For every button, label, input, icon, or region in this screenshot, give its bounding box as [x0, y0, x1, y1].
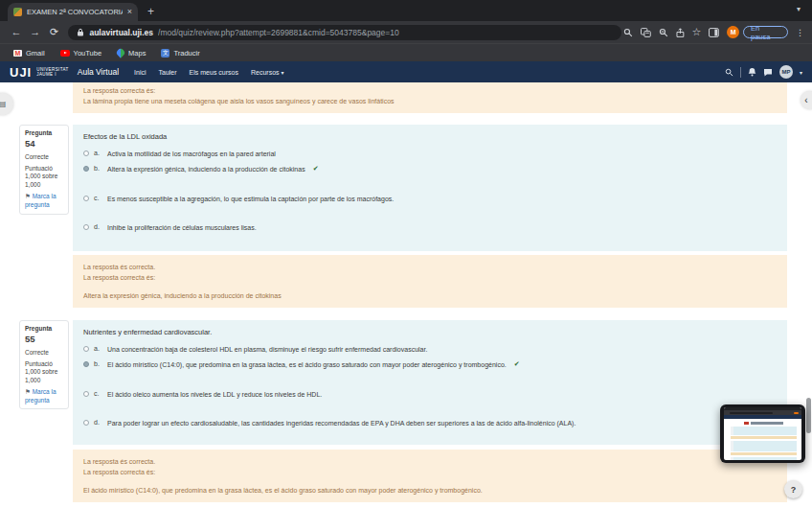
zoom-out-icon[interactable]	[659, 28, 668, 37]
bookmark-gmail[interactable]: M Gmail	[13, 49, 45, 58]
nav-els-meus-cursos[interactable]: Els meus cursos	[190, 69, 238, 76]
pause-status-badge[interactable]: En pausa	[743, 26, 788, 38]
pip-mini-title-bar	[751, 422, 783, 425]
feedback-answer: El ácido mirístico (C14:0), que predomin…	[83, 485, 777, 496]
open-block-drawer-button[interactable]: ‹	[801, 91, 812, 109]
help-button[interactable]: ?	[784, 480, 802, 498]
side-panel-icon[interactable]	[709, 28, 719, 37]
pip-mini-question-block	[731, 457, 797, 461]
question-state: Correcte	[25, 153, 63, 162]
option-text: Activa la motilidad de los macrófagos en…	[107, 150, 276, 158]
feedback-answer: Altera la expresión génica, induciendo a…	[83, 290, 777, 301]
correct-check-icon: ✔	[514, 360, 520, 368]
translate-icon[interactable]	[641, 28, 651, 37]
option-text: Una concentración baja de colesterol HDL…	[107, 345, 427, 354]
chevron-left-icon: ‹	[804, 95, 807, 105]
radio-button[interactable]	[83, 150, 89, 156]
question-info-panel: Pregunta 54 Correcte Puntuació 1,000 sob…	[19, 125, 69, 214]
translate-bookmark-icon: 文	[161, 49, 169, 58]
bookmark-star-icon[interactable]: ☆	[692, 26, 702, 38]
uji-logo-text: UNIVERSITAT JAUME I	[36, 67, 69, 78]
url-path: /mod/quiz/review.php?attempt=2699881&cmi…	[158, 28, 399, 37]
youtube-icon	[60, 50, 70, 57]
nav-label: Inici	[134, 69, 146, 76]
notifications-bell-icon[interactable]	[748, 67, 756, 77]
flag-icon: ⚑	[25, 193, 31, 199]
browser-menu-icon[interactable]: ⋮	[796, 28, 804, 37]
forward-button[interactable]: →	[27, 27, 44, 37]
bookmark-maps[interactable]: Maps	[117, 49, 146, 58]
share-icon[interactable]	[676, 28, 685, 37]
reload-button[interactable]: ⟳	[46, 27, 63, 37]
nav-recursos[interactable]: Recursos▾	[251, 69, 284, 76]
quiz-review-content: La resposta correcta és: La lámina propi…	[0, 82, 812, 508]
grade-label: Puntuació	[25, 165, 63, 173]
feedback-correct-label: La resposta correcta és:	[83, 85, 777, 96]
nav-label: Tauler	[159, 69, 177, 76]
option-letter: d.	[94, 223, 102, 230]
divider	[740, 67, 741, 78]
feedback-line2: La resposta correcta és:	[83, 272, 777, 283]
browser-tab[interactable]: EXAMEN 2ª CONVOCATORIA 2 ×	[8, 3, 138, 21]
option-letter: b.	[94, 360, 102, 367]
messages-icon[interactable]	[763, 68, 773, 77]
flag-question-link[interactable]: ⚑ Marca la pregunta	[25, 193, 63, 210]
radio-button-selected[interactable]	[83, 361, 89, 367]
radio-button[interactable]	[83, 224, 89, 230]
radio-button[interactable]	[83, 391, 89, 397]
browser-profile-avatar[interactable]: M	[727, 26, 739, 38]
grade-value-line2: 1,000	[25, 181, 63, 190]
pip-mini-feedback-strip	[731, 452, 797, 455]
site-name[interactable]: Aula Virtual	[78, 67, 119, 77]
new-tab-button[interactable]: +	[147, 6, 154, 17]
tab-strip: EXAMEN 2ª CONVOCATORIA 2 × + ▾	[0, 0, 812, 21]
question-55: Pregunta 55 Correcte Puntuació 1,000 sob…	[19, 320, 787, 444]
user-menu-caret-icon[interactable]: ▾	[800, 69, 802, 76]
bookmark-youtube[interactable]: YouTube	[60, 49, 102, 58]
flag-question-link[interactable]: ⚑ Marca la pregunta	[25, 388, 63, 405]
pip-mini-toolbar	[724, 410, 801, 415]
maps-icon	[115, 47, 125, 58]
radio-button[interactable]	[83, 346, 89, 352]
uji-logo[interactable]: UJI	[10, 65, 32, 80]
logo-line2: JAUME I	[36, 72, 69, 77]
url-domain: aulavirtual.uji.es	[89, 28, 153, 37]
tab-search-caret-icon[interactable]: ▾	[797, 5, 801, 13]
site-header: UJI UNIVERSITAT JAUME I Aula Virtual Ini…	[0, 61, 812, 82]
feedback-box-previous: La resposta correcta és: La lámina propi…	[73, 82, 787, 113]
grade-value-line1: 1,000 sobre	[25, 173, 63, 181]
bookmark-label: Maps	[128, 49, 146, 58]
page-scrollbar-thumb[interactable]	[806, 398, 811, 433]
answer-option-d: d. Inhibe la proliferación de células mu…	[83, 223, 777, 232]
drawer-icon: ▤	[0, 100, 6, 108]
radio-button[interactable]	[83, 420, 89, 426]
feedback-box-question-54: La resposta és correcta. La resposta cor…	[73, 255, 787, 309]
nav-inici[interactable]: Inici	[134, 69, 146, 76]
search-icon[interactable]	[623, 28, 633, 37]
answer-option-c: c. El ácido oleico aumenta los niveles d…	[83, 390, 777, 399]
bookmark-label: YouTube	[74, 49, 102, 58]
nav-tauler[interactable]: Tauler	[159, 69, 177, 76]
option-text: Para poder lograr un efecto cardiosaluda…	[107, 419, 575, 427]
address-bar[interactable]: aulavirtual.uji.es /mod/quiz/review.php?…	[68, 25, 621, 40]
option-letter: a.	[94, 345, 102, 352]
question-text: Efectos de la LDL oxidada	[83, 132, 777, 141]
flag-icon: ⚑	[25, 388, 31, 395]
radio-button-selected[interactable]	[83, 166, 89, 172]
question-formulation: Efectos de la LDL oxidada a. Activa la m…	[73, 125, 787, 250]
nav-label: Els meus cursos	[190, 69, 238, 76]
question-label: Pregunta	[25, 129, 52, 136]
nav-label: Recursos	[251, 69, 280, 76]
radio-button[interactable]	[83, 196, 89, 201]
back-button[interactable]: ←	[8, 27, 25, 37]
pip-window[interactable]	[720, 404, 805, 463]
user-avatar[interactable]: MP	[779, 65, 793, 79]
tab-close-icon[interactable]: ×	[127, 8, 132, 16]
question-info-panel: Pregunta 55 Correcte Puntuació 1,000 sob…	[19, 320, 69, 409]
bookmark-traducir[interactable]: 文 Traducir	[161, 49, 199, 58]
option-letter: c.	[94, 390, 102, 397]
answer-option-a: a. Activa la motilidad de los macrófagos…	[83, 150, 777, 158]
option-letter: b.	[94, 165, 102, 172]
site-search-icon[interactable]	[725, 68, 733, 77]
feedback-line2: La resposta correcta és:	[83, 467, 777, 477]
